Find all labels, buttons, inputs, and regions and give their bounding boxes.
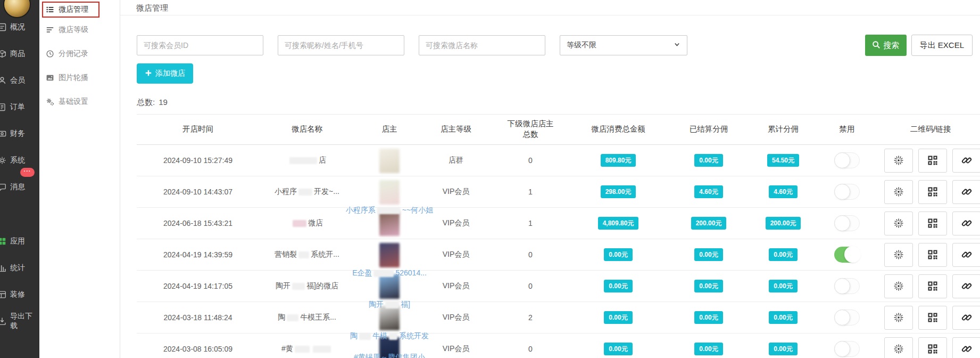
qr-code-button[interactable] — [918, 306, 947, 330]
submenu-item-label: 微店等级 — [59, 25, 88, 35]
sub-stores-cell: 0 — [488, 250, 573, 259]
actions-cell — [882, 243, 979, 267]
qr-code-icon — [927, 343, 939, 355]
nickname-input[interactable] — [278, 35, 404, 55]
submenu-item-basic-settings[interactable]: 基础设置 — [39, 90, 120, 113]
cumulative-commission-cell: 0.00元 — [754, 343, 812, 355]
add-store-button[interactable]: 添加微店 — [137, 63, 193, 84]
copy-link-button[interactable] — [952, 243, 980, 267]
qr-code-icon — [927, 186, 939, 198]
store-row: 2024-06-18 15:43:21微店VIP会员14,809.80元200.… — [137, 208, 980, 239]
owner-link[interactable]: E企盈526014... — [352, 268, 427, 278]
total-consumption-cell: 298.00元 — [573, 185, 663, 198]
store-name-cell: 微店 — [259, 218, 355, 228]
copy-link-button[interactable] — [952, 211, 980, 235]
level-select-value: 等级不限 — [567, 40, 596, 50]
owner-level-cell: VIP会员 — [424, 187, 488, 197]
disable-toggle[interactable] — [834, 278, 860, 294]
disable-toggle[interactable] — [834, 341, 860, 357]
link-icon — [961, 249, 973, 261]
submenu-item-image-carousel[interactable]: 图片轮播 — [39, 66, 120, 90]
submenu-item-label: 微店管理 — [59, 5, 88, 14]
miniprogram-code-button[interactable] — [884, 149, 913, 173]
qr-code-button[interactable] — [918, 180, 947, 204]
qr-code-button[interactable] — [918, 243, 947, 267]
store-name-cell: #黄 — [259, 344, 355, 354]
settled-commission-cell: 0.00元 — [663, 343, 754, 355]
level-select[interactable]: 等级不限 — [560, 35, 687, 55]
sidebar-item-messages[interactable]: 消息··· — [0, 174, 39, 200]
miniprogram-code-button[interactable] — [884, 180, 913, 204]
primary-sidebar-nav: 概况商品会员订单财务系统消息···应用统计装修导出下载 — [0, 14, 39, 335]
column-header: 二维码/链接 — [882, 124, 979, 135]
submenu-item-commission-records[interactable]: 分佣记录 — [39, 42, 120, 66]
miniprogram-code-button[interactable] — [884, 274, 913, 298]
cumulative-commission-cell: 0.00元 — [754, 248, 812, 261]
owner-link[interactable]: 陶牛模系统开发 — [350, 331, 429, 341]
toggle-knob — [834, 310, 850, 326]
actions-cell — [882, 211, 979, 235]
miniprogram-code-icon — [893, 280, 904, 292]
qr-code-button[interactable] — [918, 337, 947, 358]
miniprogram-code-button[interactable] — [884, 211, 913, 235]
total-consumption-cell: 0.00元 — [573, 311, 663, 324]
sidebar-item-stats[interactable]: 统计 — [0, 255, 39, 281]
export-icon — [0, 316, 7, 326]
owner-link[interactable]: 小程序系~~何小姐 — [346, 206, 433, 215]
disable-toggle[interactable] — [834, 184, 860, 200]
redacted-text — [298, 189, 312, 196]
member-id-input[interactable] — [137, 35, 263, 55]
toggle-knob — [844, 246, 861, 263]
amount-badge: 0.00元 — [769, 311, 797, 324]
store-name-input[interactable] — [419, 35, 545, 55]
column-header: 累计分佣 — [754, 124, 812, 135]
submenu-item-label: 分佣记录 — [59, 49, 88, 59]
column-header: 开店时间 — [137, 124, 259, 135]
sidebar-item-members[interactable]: 会员 — [0, 67, 39, 94]
owner-link[interactable]: #黄锡周～腾信集团小 — [354, 353, 425, 358]
disable-toggle[interactable] — [834, 152, 860, 168]
sidebar-item-overview[interactable]: 概况 — [0, 14, 39, 40]
sidebar-item-apps[interactable]: 应用 — [0, 228, 39, 255]
redacted-text — [295, 346, 310, 353]
chevron-down-icon — [674, 41, 680, 50]
copy-link-button[interactable] — [952, 306, 980, 330]
search-icon — [872, 40, 881, 51]
redacted-text — [389, 333, 397, 340]
owner-cell: 小程序系~~何小姐 — [355, 176, 424, 207]
qr-code-button[interactable] — [918, 274, 947, 298]
search-button[interactable]: 搜索 — [865, 35, 907, 56]
owner-link[interactable]: 陶开福] — [369, 300, 410, 310]
export-excel-button[interactable]: 导出 EXCEL — [911, 35, 973, 56]
sidebar-item-export-download[interactable]: 导出下载 — [0, 308, 39, 335]
actions-cell — [882, 337, 979, 358]
copy-link-button[interactable] — [952, 180, 980, 204]
submenu-item-store-level[interactable]: 微店等级 — [39, 18, 120, 42]
disable-toggle[interactable] — [834, 215, 860, 231]
sidebar-item-decorate[interactable]: 装修 — [0, 281, 39, 308]
qr-code-button[interactable] — [918, 211, 947, 235]
miniprogram-code-button[interactable] — [884, 243, 913, 267]
disable-toggle[interactable] — [834, 247, 860, 263]
clock-icon — [46, 50, 54, 58]
disable-cell — [812, 215, 882, 231]
sub-stores-cell: 1 — [488, 219, 573, 227]
miniprogram-code-button[interactable] — [884, 337, 913, 358]
amount-badge: 0.00元 — [769, 280, 797, 292]
owner-level-cell: VIP会员 — [424, 281, 488, 291]
submenu-item-store-manage[interactable]: 微店管理 — [39, 0, 120, 18]
qr-code-button[interactable] — [918, 149, 947, 173]
copy-link-button[interactable] — [952, 274, 980, 298]
column-header: 微店名称 — [259, 124, 355, 135]
disable-toggle[interactable] — [834, 310, 860, 326]
sidebar-item-goods[interactable]: 商品 — [0, 40, 39, 67]
miniprogram-code-button[interactable] — [884, 306, 913, 330]
toggle-knob — [834, 215, 850, 231]
copy-link-button[interactable] — [952, 337, 980, 358]
sidebar-item-orders[interactable]: 订单 — [0, 94, 39, 120]
sidebar-item-finance[interactable]: 财务 — [0, 120, 39, 147]
qr-code-icon — [927, 312, 939, 323]
orders-icon — [0, 102, 7, 112]
copy-link-button[interactable] — [952, 149, 980, 173]
submenu-item-label: 图片轮播 — [59, 73, 88, 83]
